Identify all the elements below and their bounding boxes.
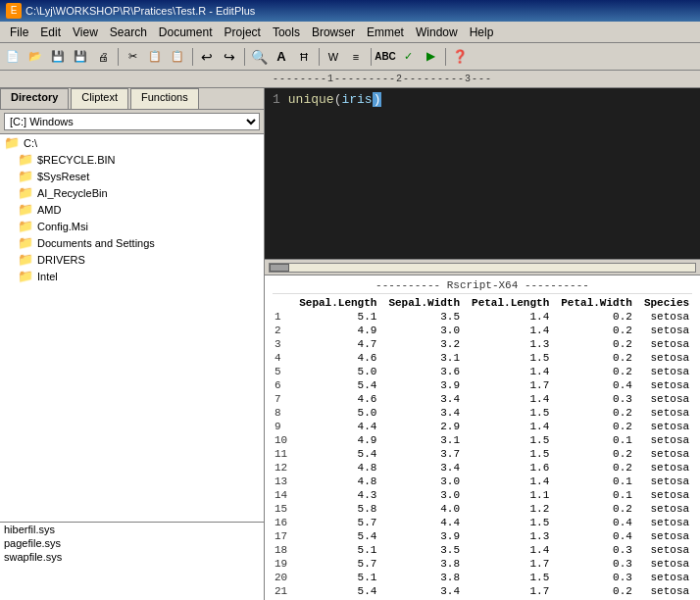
copy-button[interactable]: 📋 [144, 46, 166, 68]
editor-hscrollbar[interactable] [269, 263, 696, 273]
col-petal-width: Petal.Width [555, 296, 638, 310]
table-row: 124.83.41.60.2setosa [273, 461, 695, 475]
output-area[interactable]: ---------- Rscript-X64 ---------- Sepal.… [265, 275, 700, 600]
data-table: Sepal.Length Sepal.Width Petal.Length Pe… [273, 296, 695, 600]
save-all-button[interactable]: 💾 [70, 46, 91, 68]
tree-item-config[interactable]: 📁 Config.Msi [0, 218, 264, 234]
redo-button[interactable]: ↪ [219, 46, 240, 68]
col-sepal-width: Sepal.Width [382, 296, 466, 310]
cell-value: 1.4 [466, 475, 555, 488]
cell-rownum: 16 [273, 516, 293, 529]
title-bar: E C:\Lyj\WORKSHOP\R\Pratices\Test.R - Ed… [0, 0, 700, 22]
check-button[interactable]: ✓ [397, 46, 419, 68]
col-petal-length: Petal.Length [466, 296, 555, 310]
tree-item-amd[interactable]: 📁 AMD [0, 201, 264, 218]
drive-selector: [C:] Windows [0, 110, 264, 134]
drive-select-input[interactable]: [C:] Windows [4, 113, 260, 130]
cell-value: 0.1 [555, 433, 638, 447]
tab-directory[interactable]: Directory [0, 88, 69, 109]
file-item-pagefile[interactable]: pagefile.sys [0, 536, 264, 550]
tree-item-label: C:\ [24, 137, 37, 149]
cell-value: 1.3 [466, 337, 555, 351]
run-button[interactable]: ▶ [420, 46, 441, 68]
table-row: 55.03.61.40.2setosa [273, 365, 695, 378]
cell-value: 4.9 [293, 324, 382, 337]
cell-species: setosa [638, 461, 695, 475]
cell-species: setosa [638, 337, 695, 351]
menu-window[interactable]: Window [410, 24, 464, 41]
cell-value: 0.3 [555, 571, 638, 584]
tree-item-label: Documents and Settings [37, 237, 155, 249]
tree-item-intel[interactable]: 📁 Intel [0, 268, 264, 284]
tree-item-sysreset[interactable]: 📁 $SysReset [0, 168, 264, 184]
open-button[interactable]: 📂 [25, 46, 46, 68]
tree-item-recycle[interactable]: 📁 $RECYCLE.BIN [0, 151, 264, 168]
replace-button[interactable]: A [271, 46, 292, 68]
undo-button[interactable]: ↩ [196, 46, 218, 68]
cell-value: 3.9 [382, 378, 466, 392]
cell-value: 1.5 [466, 351, 555, 365]
cell-rownum: 9 [273, 420, 293, 433]
file-item-swapfile[interactable]: swapfile.sys [0, 550, 264, 564]
help-button[interactable]: ❓ [449, 46, 471, 68]
cut-button[interactable]: ✂ [122, 46, 143, 68]
cell-rownum: 14 [273, 488, 293, 502]
tab-cliptext[interactable]: Cliptext [71, 88, 128, 109]
cell-rownum: 15 [273, 502, 293, 516]
goto-button[interactable]: Ħ [293, 46, 315, 68]
tree-item-airecycle[interactable]: 📁 AI_RecycleBin [0, 184, 264, 201]
menu-help[interactable]: Help [464, 24, 500, 41]
save-button[interactable]: 💾 [47, 46, 69, 68]
editor-scrollbar-area [265, 260, 700, 275]
cell-value: 5.0 [293, 406, 382, 420]
find-button[interactable]: 🔍 [248, 46, 270, 68]
menu-search[interactable]: Search [104, 24, 153, 41]
cell-value: 3.2 [382, 337, 466, 351]
menu-document[interactable]: Document [153, 24, 219, 41]
ruler-text: --------1---------2---------3--- [273, 74, 492, 84]
spell-button[interactable]: ABC [375, 46, 396, 68]
cell-rownum: 13 [273, 475, 293, 488]
cell-value: 3.7 [382, 447, 466, 461]
menu-tools[interactable]: Tools [267, 24, 306, 41]
tree-item-drivers[interactable]: 📁 DRIVERS [0, 251, 264, 268]
tree-item-root[interactable]: 📁 C:\ [0, 134, 264, 151]
file-item-hiberfil[interactable]: hiberfil.sys [0, 523, 264, 536]
new-button[interactable]: 📄 [2, 46, 24, 68]
cell-value: 0.3 [555, 543, 638, 557]
menu-file[interactable]: File [4, 24, 34, 41]
table-row: 155.84.01.20.2setosa [273, 502, 695, 516]
menu-project[interactable]: Project [219, 24, 267, 41]
view-button[interactable]: ≡ [345, 46, 367, 68]
cell-rownum: 12 [273, 461, 293, 475]
table-row: 24.93.01.40.2setosa [273, 324, 695, 337]
app-icon: E [6, 3, 22, 19]
cell-value: 1.2 [466, 502, 555, 516]
tree-item-docs[interactable]: 📁 Documents and Settings [0, 234, 264, 251]
cell-value: 3.8 [382, 571, 466, 584]
cell-species: setosa [638, 571, 695, 584]
cell-species: setosa [638, 351, 695, 365]
menu-edit[interactable]: Edit [34, 24, 67, 41]
code-content[interactable]: unique(iris) [288, 92, 696, 255]
cell-value: 0.2 [555, 324, 638, 337]
cell-value: 3.8 [382, 557, 466, 571]
table-row: 74.63.41.40.3setosa [273, 392, 695, 406]
hscroll-thumb[interactable] [270, 264, 289, 272]
menu-view[interactable]: View [67, 24, 104, 41]
cell-value: 5.7 [293, 516, 382, 529]
cell-value: 4.8 [293, 475, 382, 488]
tree-item-label: AI_RecycleBin [37, 187, 108, 199]
data-table-body: 15.13.51.40.2setosa24.93.01.40.2setosa34… [273, 310, 695, 600]
menu-browser[interactable]: Browser [306, 24, 361, 41]
cell-value: 5.0 [293, 365, 382, 378]
print-button[interactable]: 🖨 [92, 46, 114, 68]
title-text: C:\Lyj\WORKSHOP\R\Pratices\Test.R - Edit… [25, 5, 255, 17]
menu-emmet[interactable]: Emmet [361, 24, 410, 41]
cell-value: 2.9 [382, 420, 466, 433]
tab-functions[interactable]: Functions [130, 88, 199, 109]
paste-button[interactable]: 📋 [167, 46, 188, 68]
file-tree[interactable]: 📁 C:\ 📁 $RECYCLE.BIN 📁 $SysReset 📁 AI_Re… [0, 134, 264, 522]
file-list: hiberfil.sys pagefile.sys swapfile.sys [0, 522, 264, 600]
wordwrap-button[interactable]: W [323, 46, 344, 68]
